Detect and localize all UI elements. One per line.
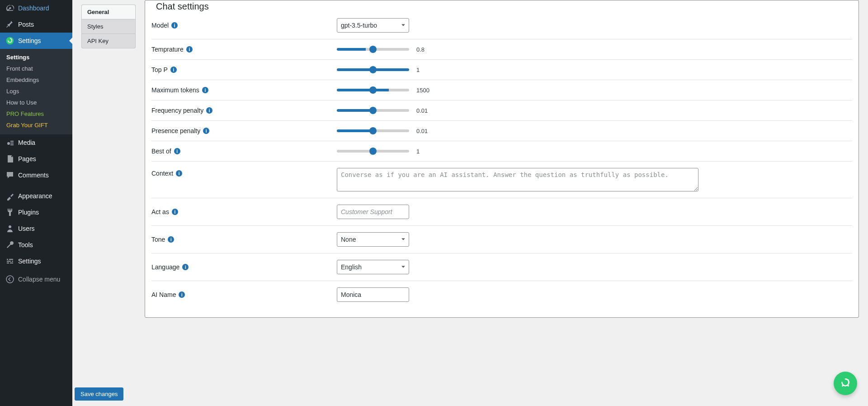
fieldset-legend: Chat settings bbox=[153, 1, 212, 12]
submenu-item-pro-features[interactable]: PRO Features bbox=[0, 108, 72, 119]
ai-name-input[interactable] bbox=[337, 287, 409, 302]
svg-point-4 bbox=[6, 276, 14, 283]
pages-icon bbox=[5, 154, 14, 163]
submenu-item-embeddings[interactable]: Embeddings bbox=[0, 74, 72, 86]
sidebar-label: Media bbox=[18, 139, 35, 146]
sidebar-item-dashboard[interactable]: Dashboard bbox=[0, 0, 72, 16]
sidebar-label: Users bbox=[18, 225, 35, 232]
info-icon[interactable]: i bbox=[168, 236, 174, 243]
info-icon[interactable]: i bbox=[179, 291, 185, 298]
submenu-item-grab-gift[interactable]: Grab Your GIFT bbox=[0, 119, 72, 131]
sidebar-label: Settings bbox=[18, 258, 41, 265]
content-wrap: General Styles API Key Chat settings Mod… bbox=[72, 0, 868, 406]
save-bar: Save changes bbox=[75, 387, 123, 401]
sidebar-label: Dashboard bbox=[18, 5, 49, 12]
info-icon[interactable]: i bbox=[176, 170, 182, 177]
language-select[interactable]: English bbox=[337, 260, 409, 274]
row-ai-name: AI Name i bbox=[151, 281, 852, 308]
sidebar-item-posts[interactable]: Posts bbox=[0, 16, 72, 33]
tone-select[interactable]: None bbox=[337, 232, 409, 247]
sidebar-item-wp-settings[interactable]: Settings bbox=[0, 253, 72, 269]
info-icon[interactable]: i bbox=[182, 264, 189, 270]
wp-admin-sidebar: Dashboard Posts Settings Settings Front … bbox=[0, 0, 72, 406]
label-ai-name: AI Name i bbox=[151, 291, 337, 298]
label-context: Context i bbox=[151, 168, 337, 177]
sidebar-item-tools[interactable]: Tools bbox=[0, 237, 72, 253]
gauge-icon bbox=[5, 4, 14, 13]
submenu-item-how-to-use[interactable]: How to Use bbox=[0, 97, 72, 108]
sidebar-collapse-button[interactable]: Collapse menu bbox=[0, 271, 72, 287]
best-of-slider[interactable] bbox=[337, 150, 409, 153]
svg-point-0 bbox=[6, 37, 14, 45]
svg-point-8 bbox=[842, 385, 843, 386]
label-tone: Tone i bbox=[151, 236, 337, 243]
sidebar-label: Posts bbox=[18, 21, 34, 28]
freq-penalty-slider[interactable] bbox=[337, 109, 409, 112]
sidebar-item-pages[interactable]: Pages bbox=[0, 151, 72, 167]
plugin-logo-icon bbox=[5, 36, 14, 45]
comments-icon bbox=[5, 171, 14, 180]
top-p-value: 1 bbox=[416, 67, 434, 73]
svg-point-7 bbox=[848, 385, 849, 386]
submenu-item-front-chat[interactable]: Front chat bbox=[0, 63, 72, 74]
sidebar-item-comments[interactable]: Comments bbox=[0, 167, 72, 183]
sidebar-item-users[interactable]: Users bbox=[0, 220, 72, 237]
max-tokens-slider[interactable] bbox=[337, 89, 409, 91]
label-temperature: Temprature i bbox=[151, 46, 337, 53]
pin-icon bbox=[5, 20, 14, 29]
info-icon[interactable]: i bbox=[172, 209, 178, 215]
settings-tabs: General Styles API Key bbox=[81, 5, 136, 397]
label-pres-penalty: Presence penalty i bbox=[151, 127, 337, 134]
help-bubble-button[interactable] bbox=[834, 372, 857, 395]
label-act-as: Act as i bbox=[151, 208, 337, 215]
user-icon bbox=[5, 224, 14, 233]
sidebar-item-appearance[interactable]: Appearance bbox=[0, 188, 72, 204]
act-as-input[interactable] bbox=[337, 205, 409, 219]
sidebar-label: Appearance bbox=[18, 192, 52, 200]
sidebar-label: Plugins bbox=[18, 209, 39, 216]
sidebar-item-media[interactable]: Media bbox=[0, 134, 72, 151]
sidebar-item-plugin-settings[interactable]: Settings bbox=[0, 33, 72, 49]
model-select[interactable]: gpt-3.5-turbo bbox=[337, 18, 409, 33]
submenu-item-settings[interactable]: Settings bbox=[0, 52, 72, 63]
pres-penalty-slider[interactable] bbox=[337, 129, 409, 132]
label-freq-penalty: Frequency penalty i bbox=[151, 107, 337, 114]
label-language: Language i bbox=[151, 263, 337, 271]
info-icon[interactable]: i bbox=[202, 87, 208, 93]
sidebar-item-plugins[interactable]: Plugins bbox=[0, 204, 72, 220]
temperature-slider[interactable] bbox=[337, 48, 409, 51]
sidebar-submenu: Settings Front chat Embeddings Logs How … bbox=[0, 49, 72, 134]
info-icon[interactable]: i bbox=[170, 67, 177, 73]
max-tokens-value: 1500 bbox=[416, 87, 434, 94]
row-top-p: Top P i 1 bbox=[151, 60, 852, 80]
save-button[interactable]: Save changes bbox=[75, 387, 123, 401]
label-model: Model i bbox=[151, 22, 337, 29]
label-best-of: Best of i bbox=[151, 148, 337, 155]
top-p-slider[interactable] bbox=[337, 68, 409, 71]
context-textarea[interactable] bbox=[337, 168, 698, 191]
info-icon[interactable]: i bbox=[171, 22, 178, 29]
panel-area: Chat settings Model i gpt-3.5-turbo bbox=[145, 0, 859, 397]
best-of-value: 1 bbox=[416, 148, 434, 155]
info-icon[interactable]: i bbox=[206, 107, 212, 114]
tab-general[interactable]: General bbox=[81, 5, 136, 19]
row-act-as: Act as i bbox=[151, 198, 852, 226]
plugin-logo-icon bbox=[839, 376, 852, 391]
row-model: Model i gpt-3.5-turbo bbox=[151, 12, 852, 39]
row-context: Context i bbox=[151, 162, 852, 198]
info-icon[interactable]: i bbox=[174, 148, 180, 154]
label-max-tokens: Maximum tokens i bbox=[151, 86, 337, 94]
sidebar-label: Pages bbox=[18, 155, 36, 162]
tab-api-key[interactable]: API Key bbox=[81, 33, 136, 48]
tab-styles[interactable]: Styles bbox=[81, 19, 136, 33]
media-icon bbox=[5, 138, 14, 147]
info-icon[interactable]: i bbox=[203, 128, 209, 134]
collapse-icon bbox=[5, 275, 14, 284]
collapse-label: Collapse menu bbox=[18, 276, 60, 283]
row-language: Language i English bbox=[151, 253, 852, 281]
row-freq-penalty: Frequency penalty i 0.01 bbox=[151, 100, 852, 121]
freq-penalty-value: 0.01 bbox=[416, 107, 434, 114]
row-max-tokens: Maximum tokens i 1500 bbox=[151, 80, 852, 100]
submenu-item-logs[interactable]: Logs bbox=[0, 86, 72, 97]
info-icon[interactable]: i bbox=[186, 46, 193, 53]
